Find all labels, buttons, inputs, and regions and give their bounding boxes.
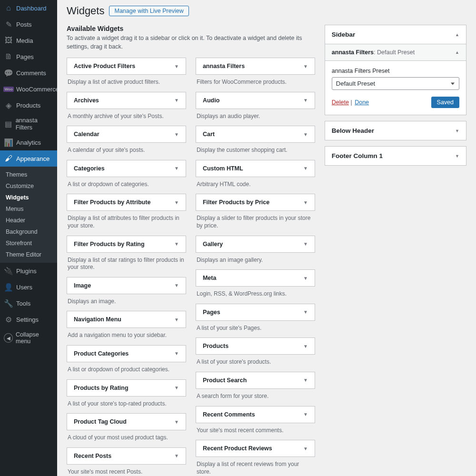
live-preview-button[interactable]: Manage with Live Preview bbox=[109, 6, 188, 16]
widget-chooser: Filter Products by Attribute▼Display a l… bbox=[67, 194, 186, 230]
widget-name: Navigation Menu bbox=[74, 316, 121, 323]
sidebar-item-label: WooCommerce bbox=[16, 86, 59, 93]
widget-description: Your site's most recent comments. bbox=[196, 423, 315, 436]
sidebar-item-analytics[interactable]: 📊Analytics bbox=[0, 134, 57, 150]
widget-cart[interactable]: Cart▼ bbox=[196, 126, 315, 143]
widget-pages[interactable]: Pages▼ bbox=[196, 304, 315, 321]
placed-widget-header[interactable]: annasta Filters: Default Preset ▲ bbox=[325, 44, 466, 61]
submenu-item-menus[interactable]: Menus bbox=[0, 203, 57, 215]
widget-product-tag-cloud[interactable]: Product Tag Cloud▼ bbox=[67, 413, 186, 430]
submenu-item-storefront[interactable]: Storefront bbox=[0, 238, 57, 249]
sidebar-item-products[interactable]: ◈Products bbox=[0, 97, 57, 113]
analytics-icon: 📊 bbox=[4, 138, 13, 147]
widget-name: Recent Posts bbox=[74, 453, 111, 459]
sidebar-item-media[interactable]: 🖾Media bbox=[0, 32, 57, 49]
widget-recent-posts[interactable]: Recent Posts▼ bbox=[67, 447, 186, 465]
widget-chooser: Image▼Displays an image. bbox=[67, 277, 186, 307]
widget-description: A list of your site's Pages. bbox=[196, 321, 315, 333]
widget-description: A search form for your store. bbox=[196, 389, 315, 401]
area-header-footer-1[interactable]: Footer Column 1 ▼ bbox=[325, 147, 466, 165]
sidebar-item-dashboard[interactable]: ⌂Dashboard bbox=[0, 0, 57, 16]
submenu-item-background[interactable]: Background bbox=[0, 226, 57, 238]
sidebar-item-users[interactable]: 👤Users bbox=[0, 279, 57, 295]
caret-down-icon: ▼ bbox=[174, 419, 179, 425]
sidebar-item-label: Analytics bbox=[16, 139, 41, 146]
collapse-icon: ◀ bbox=[4, 333, 13, 343]
sidebar-item-pages[interactable]: 🗎Pages bbox=[0, 49, 57, 65]
widget-description: A monthly archive of your site's Posts. bbox=[67, 109, 186, 121]
widget-chooser: Custom HTML▼Arbitrary HTML code. bbox=[196, 160, 315, 189]
widget-product-search[interactable]: Product Search▼ bbox=[196, 372, 315, 389]
collapse-menu[interactable]: ◀ Collapse menu bbox=[0, 327, 57, 348]
widget-product-categories[interactable]: Product Categories▼ bbox=[67, 345, 186, 362]
saved-button[interactable]: Saved bbox=[431, 97, 459, 108]
widget-annasta-filters[interactable]: annasta Filters▼ bbox=[196, 58, 315, 75]
submenu-item-widgets[interactable]: Widgets bbox=[0, 192, 57, 203]
products-icon: ◈ bbox=[4, 100, 13, 110]
widget-filter-products-by-price[interactable]: Filter Products by Price▼ bbox=[196, 194, 315, 211]
media-icon: 🖾 bbox=[4, 36, 13, 45]
widget-products-by-rating[interactable]: Products by Rating▼ bbox=[67, 379, 186, 397]
submenu-item-customize[interactable]: Customize bbox=[0, 180, 57, 192]
sidebar-item-plugins[interactable]: 🔌Plugins bbox=[0, 263, 57, 279]
widget-navigation-menu[interactable]: Navigation Menu▼ bbox=[67, 311, 186, 328]
widget-name: Recent Comments bbox=[203, 411, 255, 418]
done-link[interactable]: Done bbox=[355, 99, 369, 106]
widget-filter-products-by-rating[interactable]: Filter Products by Rating▼ bbox=[67, 236, 186, 253]
widget-chooser: Pages▼A list of your site's Pages. bbox=[196, 304, 315, 333]
widget-name: Product Categories bbox=[74, 350, 129, 357]
widget-active-product-filters[interactable]: Active Product Filters▼ bbox=[67, 58, 186, 75]
widget-area-footer-1: Footer Column 1 ▼ bbox=[325, 146, 466, 166]
widget-area-below-header: Below Header ▼ bbox=[325, 121, 466, 140]
widget-categories[interactable]: Categories▼ bbox=[67, 160, 186, 177]
sidebar-item-appearance[interactable]: 🖌Appearance bbox=[0, 150, 57, 167]
sidebar-item-comments[interactable]: 💬Comments bbox=[0, 65, 57, 81]
widget-chooser: Calendar▼A calendar of your site's posts… bbox=[67, 126, 186, 155]
submenu-item-theme-editor[interactable]: Theme Editor bbox=[0, 249, 57, 260]
caret-down-icon: ▼ bbox=[303, 309, 308, 315]
widget-image[interactable]: Image▼ bbox=[67, 277, 186, 294]
delete-link[interactable]: Delete bbox=[332, 99, 349, 106]
caret-down-icon: ▼ bbox=[174, 166, 179, 171]
widget-meta[interactable]: Meta▼ bbox=[196, 269, 315, 287]
caret-up-icon: ▲ bbox=[455, 50, 459, 55]
sidebar-item-tools[interactable]: 🔧Tools bbox=[0, 295, 57, 311]
widget-calendar[interactable]: Calendar▼ bbox=[67, 126, 186, 143]
available-widgets-title: Available Widgets bbox=[67, 25, 315, 32]
submenu-item-themes[interactable]: Themes bbox=[0, 169, 57, 180]
caret-down-icon: ▼ bbox=[303, 64, 308, 69]
caret-down-icon: ▼ bbox=[174, 200, 179, 205]
sidebar-item-posts[interactable]: ✎Posts bbox=[0, 16, 57, 32]
comments-icon: 💬 bbox=[4, 68, 13, 78]
widget-recent-comments[interactable]: Recent Comments▼ bbox=[196, 406, 315, 423]
widget-gallery[interactable]: Gallery▼ bbox=[196, 236, 315, 253]
widget-chooser: Gallery▼Displays an image gallery. bbox=[196, 236, 315, 265]
widget-recent-product-reviews[interactable]: Recent Product Reviews▼ bbox=[196, 440, 315, 457]
area-header-sidebar[interactable]: Sidebar ▲ bbox=[325, 25, 466, 44]
widget-name: Calendar bbox=[74, 131, 99, 138]
widget-archives[interactable]: Archives▼ bbox=[67, 92, 186, 109]
placed-widget-subtitle: : Default Preset bbox=[374, 49, 415, 56]
sidebar-item-label: Settings bbox=[16, 316, 39, 323]
widget-chooser: Cart▼Display the customer shopping cart. bbox=[196, 126, 315, 155]
annasta-filters-icon: ▤ bbox=[4, 119, 13, 129]
widget-description: A list of your store's products. bbox=[196, 355, 315, 367]
widget-name: Meta bbox=[203, 275, 216, 281]
widget-custom-html[interactable]: Custom HTML▼ bbox=[196, 160, 315, 177]
widget-filter-products-by-attribute[interactable]: Filter Products by Attribute▼ bbox=[67, 194, 186, 211]
sidebar-item-annasta-filters[interactable]: ▤annasta Filters bbox=[0, 113, 57, 134]
sidebar-item-settings[interactable]: ⚙Settings bbox=[0, 311, 57, 327]
preset-select[interactable]: Default Preset bbox=[332, 77, 459, 90]
pages-icon: 🗎 bbox=[4, 52, 13, 61]
widget-chooser: Archives▼A monthly archive of your site'… bbox=[67, 92, 186, 121]
caret-down-icon: ▼ bbox=[303, 412, 308, 417]
area-header-below-header[interactable]: Below Header ▼ bbox=[325, 121, 466, 140]
widget-chooser: Product Categories▼A list or dropdown of… bbox=[67, 345, 186, 375]
submenu-item-header[interactable]: Header bbox=[0, 215, 57, 226]
sidebar-item-woocommerce[interactable]: WooWooCommerce bbox=[0, 81, 57, 97]
widget-chooser: Meta▼Login, RSS, & WordPress.org links. bbox=[196, 269, 315, 299]
widget-products[interactable]: Products▼ bbox=[196, 337, 315, 355]
widget-audio[interactable]: Audio▼ bbox=[196, 92, 315, 109]
widget-chooser: Products▼A list of your store's products… bbox=[196, 337, 315, 367]
widget-chooser: Navigation Menu▼Add a navigation menu to… bbox=[67, 311, 186, 340]
